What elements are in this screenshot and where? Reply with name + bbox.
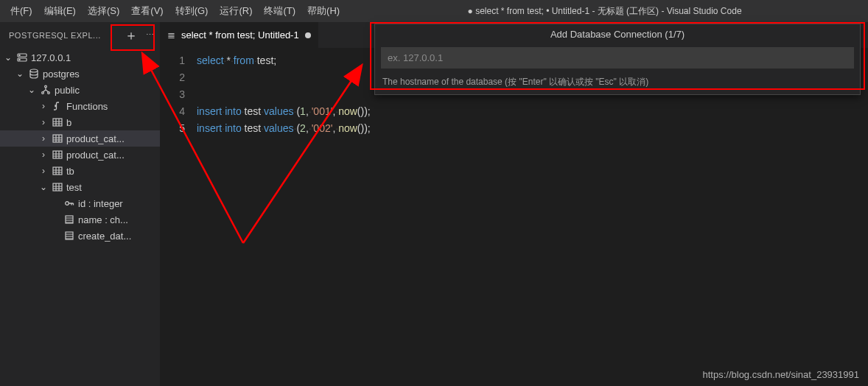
hostname-input[interactable] bbox=[381, 47, 854, 69]
tree-label: product_cat... bbox=[66, 133, 125, 144]
tree-label: public bbox=[55, 85, 80, 96]
tree-schema[interactable]: ⌄ public bbox=[0, 82, 160, 98]
menu-edit[interactable]: 编辑(E) bbox=[38, 0, 82, 22]
menu-select[interactable]: 选择(S) bbox=[82, 0, 125, 22]
code-editor[interactable]: 1 2 3 4 5 select·*·from·test; insert·int… bbox=[160, 48, 868, 386]
server-icon bbox=[16, 52, 28, 63]
chevron-down-icon: ⌄ bbox=[38, 182, 49, 192]
chevron-down-icon: ⌄ bbox=[3, 52, 13, 63]
tree-column[interactable]: name : ch... bbox=[0, 211, 160, 228]
line-number: 3 bbox=[160, 86, 185, 103]
window-title-text: ● select * from test; • Untitled-1 - 无标题… bbox=[468, 5, 742, 18]
svg-point-7 bbox=[48, 92, 50, 94]
tree-label: b bbox=[66, 117, 71, 128]
tree-label: test bbox=[66, 182, 82, 193]
tree-table[interactable]: › b bbox=[0, 114, 160, 130]
chevron-down-icon: ⌄ bbox=[15, 69, 25, 79]
tree-label: 127.0.0.1 bbox=[31, 52, 71, 63]
tree-label: postgres bbox=[43, 69, 80, 80]
svg-point-3 bbox=[19, 59, 20, 60]
sidebar-title: POSTGRESQL EXPL... bbox=[9, 31, 101, 40]
quick-input-title: Add Database Connection (1/7) bbox=[375, 24, 860, 44]
menu-run[interactable]: 运行(R) bbox=[214, 0, 258, 22]
tree-label: product_cat... bbox=[66, 150, 125, 161]
table-icon bbox=[52, 181, 63, 193]
menu-label: 终端(T) bbox=[264, 5, 295, 16]
tree-server[interactable]: ⌄ 127.0.0.1 bbox=[0, 49, 160, 66]
dirty-indicator-icon bbox=[305, 32, 311, 38]
tree-table[interactable]: › tb bbox=[0, 163, 160, 179]
tree-label: create_dat... bbox=[78, 231, 131, 242]
database-icon bbox=[28, 68, 40, 80]
menu-label: 运行(R) bbox=[220, 5, 252, 16]
chevron-right-icon: › bbox=[38, 150, 49, 160]
schema-icon bbox=[40, 84, 52, 96]
menu-label: 选择(S) bbox=[88, 5, 119, 16]
chevron-right-icon: › bbox=[38, 101, 49, 111]
line-number: 4 bbox=[160, 103, 185, 120]
svg-rect-10 bbox=[53, 151, 62, 158]
svg-point-5 bbox=[45, 85, 47, 88]
line-number: 5 bbox=[160, 120, 185, 137]
chevron-down-icon: ⌄ bbox=[27, 85, 37, 95]
column-icon bbox=[63, 214, 75, 225]
tree-table-test[interactable]: ⌄ test bbox=[0, 179, 160, 195]
functions-icon bbox=[52, 100, 63, 112]
tree-label: Functions bbox=[66, 101, 108, 112]
menu-label: 帮助(H) bbox=[307, 5, 340, 16]
svg-rect-8 bbox=[53, 119, 62, 126]
line-number: 2 bbox=[160, 69, 185, 86]
table-icon bbox=[52, 149, 63, 161]
add-connection-button[interactable]: ＋ bbox=[125, 29, 139, 42]
tab-label: select * from test; Untitled-1 bbox=[181, 29, 299, 41]
chevron-right-icon: › bbox=[38, 117, 49, 127]
table-icon bbox=[52, 133, 63, 144]
svg-rect-9 bbox=[53, 135, 62, 142]
tree-column[interactable]: id : integer bbox=[0, 195, 160, 211]
table-icon bbox=[52, 165, 63, 177]
tree-label: name : ch... bbox=[78, 214, 128, 225]
menu-help[interactable]: 帮助(H) bbox=[301, 0, 346, 22]
tree-functions[interactable]: › Functions bbox=[0, 98, 160, 114]
line-gutter: 1 2 3 4 5 bbox=[160, 48, 197, 386]
menu-label: 转到(G) bbox=[175, 5, 209, 16]
sidebar: POSTGRESQL EXPL... ＋ ⋯ ⌄ 127.0.0.1 ⌄ pos… bbox=[0, 22, 160, 386]
tree-table[interactable]: › product_cat... bbox=[0, 147, 160, 163]
svg-rect-12 bbox=[53, 183, 62, 191]
menu-label: 查看(V) bbox=[131, 5, 163, 16]
tree-label: id : integer bbox=[78, 198, 123, 209]
code-text[interactable]: select·*·from·test; insert·into·test·val… bbox=[197, 48, 868, 386]
editor-tab[interactable]: ≣ select * from test; Untitled-1 bbox=[160, 22, 318, 48]
menu-file[interactable]: 件(F) bbox=[4, 0, 38, 22]
chevron-right-icon: › bbox=[38, 133, 49, 144]
more-icon[interactable]: ⋯ bbox=[146, 30, 155, 40]
watermark-text: https://blog.csdn.net/sinat_23931991 bbox=[703, 369, 860, 380]
menu-label: 编辑(E) bbox=[44, 5, 76, 16]
tree-database[interactable]: ⌄ postgres bbox=[0, 66, 160, 82]
svg-point-6 bbox=[42, 92, 44, 94]
table-icon bbox=[52, 116, 63, 128]
svg-rect-11 bbox=[53, 167, 62, 175]
svg-point-2 bbox=[19, 55, 20, 55]
key-icon bbox=[63, 197, 75, 209]
chevron-right-icon: › bbox=[38, 166, 49, 176]
tree-table[interactable]: › product_cat... bbox=[0, 130, 160, 147]
db-tree: ⌄ 127.0.0.1 ⌄ postgres ⌄ public bbox=[0, 48, 160, 386]
svg-point-13 bbox=[66, 202, 69, 206]
quick-input-dialog: Add Database Connection (1/7) The hostna… bbox=[374, 24, 861, 95]
window-title: ● select * from test; • Untitled-1 - 无标题… bbox=[346, 5, 864, 18]
menu-goto[interactable]: 转到(G) bbox=[169, 0, 214, 22]
line-number: 1 bbox=[160, 52, 185, 69]
column-icon bbox=[63, 230, 75, 242]
svg-point-4 bbox=[30, 69, 38, 72]
menu-view[interactable]: 查看(V) bbox=[125, 0, 169, 22]
menu-bar: 件(F) 编辑(E) 选择(S) 查看(V) 转到(G) 运行(R) 终端(T)… bbox=[0, 0, 868, 22]
quick-input-hint: The hostname of the database (按 "Enter" … bbox=[375, 73, 860, 94]
sidebar-header: POSTGRESQL EXPL... ＋ ⋯ bbox=[0, 22, 160, 48]
menu-terminal[interactable]: 终端(T) bbox=[258, 0, 301, 22]
tree-label: tb bbox=[66, 166, 74, 177]
tree-column[interactable]: create_dat... bbox=[0, 228, 160, 244]
menu-label: 件(F) bbox=[10, 5, 32, 16]
file-icon: ≣ bbox=[167, 29, 175, 41]
